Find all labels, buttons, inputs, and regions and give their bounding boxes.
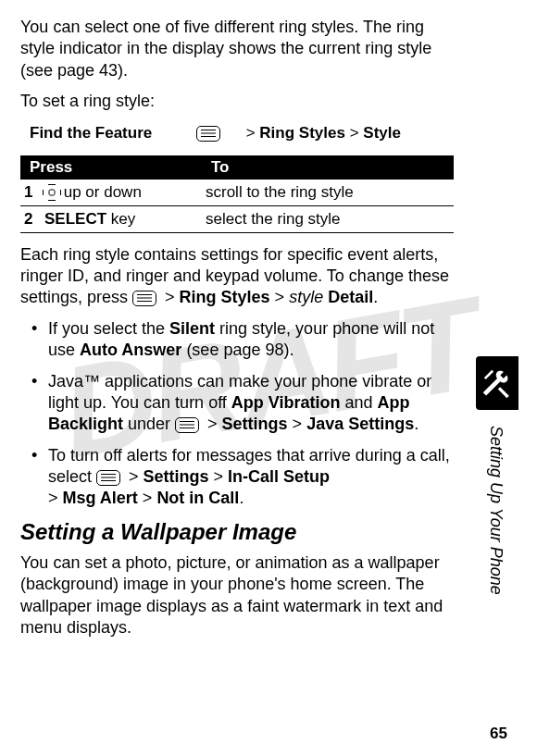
style-italic: style [289, 288, 323, 306]
menu-icon [132, 291, 156, 306]
col-press: Press [20, 155, 206, 180]
java-settings-label: Java Settings [306, 415, 414, 433]
to-set-label: To set a ring style: [20, 91, 454, 112]
msg-alert-label: Msg Alert [63, 489, 138, 507]
menu-path: > Ring Styles > Style [196, 124, 401, 143]
find-feature-row: Find the Feature > Ring Styles > Style [20, 118, 454, 148]
press-cell: SELECT key [44, 210, 206, 229]
wallpaper-paragraph: You can set a photo, picture, or animati… [20, 552, 454, 639]
bullet-list: If you select the Silent ring style, you… [20, 318, 454, 510]
incall-setup-label: In-Call Setup [228, 467, 330, 486]
wrench-screwdriver-icon [481, 366, 513, 401]
table-row: 2 SELECT key select the ring style [20, 206, 454, 233]
auto-answer-label: Auto Answer [80, 341, 181, 359]
settings-label: Settings [222, 415, 288, 433]
side-section-label: Setting Up Your Phone [486, 426, 506, 595]
path-ring-styles: Ring Styles [259, 124, 345, 142]
path-detail: Detail [323, 288, 373, 306]
select-key: SELECT [44, 210, 106, 228]
step-num: 2 [20, 210, 44, 229]
step-num: 1 [20, 183, 44, 202]
list-item: Java™ applications can make your phone v… [20, 371, 454, 436]
svg-rect-0 [498, 387, 509, 398]
settings-label: Settings [144, 467, 209, 486]
menu-icon [96, 470, 120, 486]
section-heading: Setting a Wallpaper Image [20, 519, 454, 545]
find-feature-label: Find the Feature [30, 124, 196, 143]
path-ring-styles: Ring Styles [180, 288, 270, 306]
nav-key-icon [44, 186, 59, 199]
list-item: If you select the Silent ring style, you… [20, 318, 454, 362]
settings-paragraph: Each ring style contains settings for sp… [20, 244, 454, 309]
to-cell: select the ring style [206, 210, 454, 229]
page-content: You can select one of five different rin… [0, 0, 537, 638]
menu-icon [196, 126, 220, 142]
menu-icon [175, 417, 199, 433]
not-in-call-label: Not in Call [156, 489, 239, 507]
table-header: Press To [20, 155, 454, 180]
steps-table: Press To 1 up or down scroll to the ring… [20, 155, 454, 233]
list-item: To turn off alerts for messages that arr… [20, 445, 454, 510]
side-tab [476, 356, 518, 410]
intro-paragraph: You can select one of five different rin… [20, 17, 454, 81]
page-number: 65 [490, 725, 507, 743]
to-cell: scroll to the ring style [206, 183, 454, 202]
table-row: 1 up or down scroll to the ring style [20, 180, 454, 206]
silent-label: Silent [169, 319, 215, 338]
svg-rect-1 [484, 370, 493, 379]
col-to: To [206, 155, 454, 180]
path-style: Style [363, 124, 401, 142]
app-vibration-label: App Vibration [231, 393, 341, 412]
press-cell: up or down [44, 183, 206, 202]
